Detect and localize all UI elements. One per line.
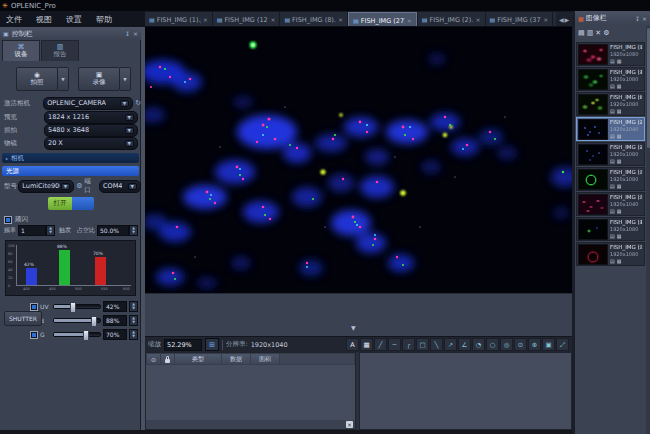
polyline-tool-icon[interactable]: ┌ — [402, 338, 415, 351]
image-list-item[interactable]: FISH_IMG (31920x1040 ▤▦ × — [576, 192, 645, 216]
text-tool-icon[interactable]: A — [346, 338, 359, 351]
save-icon[interactable]: ▤ — [610, 158, 615, 165]
stamp-tool-icon[interactable]: ▦ — [360, 338, 373, 351]
close-table-icon[interactable]: × — [346, 421, 353, 428]
close-image-icon[interactable]: × — [639, 194, 643, 201]
doc-tab[interactable]: ▤FISH_IMG (1).jpg× — [145, 12, 212, 27]
pin-icon[interactable]: ↧ — [635, 15, 640, 22]
save-icon[interactable]: ▤ — [610, 233, 615, 240]
export-icon[interactable]: ▦ — [617, 233, 622, 240]
snap-resolution-select[interactable]: 5480 x 3648▼ — [44, 124, 138, 137]
uv-spinner[interactable]: ▲▼ — [129, 301, 138, 312]
image-list-scrollbar[interactable] — [646, 26, 650, 434]
image-thumbnail[interactable] — [578, 244, 608, 265]
tab-scroll-left-icon[interactable]: ◀ — [559, 16, 564, 23]
gear-icon[interactable]: ⚙ — [603, 29, 609, 37]
g-slider[interactable] — [53, 332, 101, 337]
save-icon[interactable]: ▤ — [610, 133, 615, 140]
doc-tab[interactable]: ▤FISH_IMG (8).jpg× — [280, 12, 347, 27]
close-icon[interactable]: × — [642, 15, 647, 22]
image-list-item[interactable]: FISH_IMG (21920x1080 ▤▦ × — [576, 142, 645, 166]
export-icon[interactable]: ▦ — [617, 133, 622, 140]
menu-settings[interactable]: 设置 — [60, 13, 88, 26]
image-list-item[interactable]: FISH_IMG (31920x1080 ▤▦ × — [576, 167, 645, 191]
export-icon[interactable]: ▦ — [617, 208, 622, 215]
image-list-item[interactable]: FISH_IMG (11920x1080 ▤▦ × — [576, 67, 645, 91]
rect-tool-icon[interactable]: □ — [416, 338, 429, 351]
save-image-icon[interactable]: ▤ — [578, 29, 585, 37]
save-icon[interactable]: ▤ — [610, 183, 615, 190]
shutter-button[interactable]: SHUTTER — [4, 311, 42, 326]
frequency-spinner[interactable]: ▲▼ — [46, 225, 55, 236]
save-icon[interactable]: ▤ — [610, 108, 615, 115]
grid-tool-icon[interactable]: ▣ — [542, 338, 555, 351]
close-image-icon[interactable]: × — [639, 144, 643, 151]
close-image-icon[interactable]: × — [639, 119, 643, 126]
close-image-icon[interactable]: × — [639, 69, 643, 76]
menu-view[interactable]: 视图 — [30, 13, 58, 26]
menu-file[interactable]: 文件 — [0, 13, 28, 26]
objective-select[interactable]: 20 X▼ — [44, 137, 138, 150]
tab-close-icon[interactable]: × — [203, 16, 208, 23]
lock-column-icon[interactable] — [161, 354, 174, 364]
preview-resolution-select[interactable]: 1824 x 1216▼ — [44, 111, 138, 124]
light-model-select[interactable]: LumiCite9000▼ — [18, 180, 74, 193]
duty-cycle-input[interactable]: 50.0% — [97, 225, 129, 236]
strobe-checkbox[interactable] — [4, 216, 12, 224]
tab-close-icon[interactable]: × — [270, 16, 275, 23]
doc-tab[interactable]: ▤FISH_IMG (2).jpg× — [418, 12, 485, 27]
frequency-input[interactable]: 1 — [18, 225, 46, 236]
circle3p-tool-icon[interactable]: ◎ — [500, 338, 513, 351]
uv-slider[interactable] — [53, 304, 101, 309]
column-data[interactable]: 数据 — [222, 354, 250, 364]
save-icon[interactable]: ▤ — [610, 58, 615, 65]
tab-close-icon[interactable]: × — [475, 16, 480, 23]
b-spinner[interactable]: ▲▼ — [129, 315, 138, 326]
camera-select[interactable]: OPLENIC_CAMERA▼ — [43, 97, 133, 110]
close-image-icon[interactable]: × — [639, 219, 643, 226]
export-icon[interactable]: ▦ — [617, 258, 622, 265]
column-area[interactable]: 面积 — [251, 354, 279, 364]
close-image-icon[interactable]: × — [639, 169, 643, 176]
image-thumbnail[interactable] — [578, 219, 608, 240]
section-light-source[interactable]: 光源 — [2, 166, 139, 176]
duty-spinner[interactable]: ▲▼ — [129, 225, 138, 236]
zoom-input[interactable]: 52.29% — [164, 339, 202, 351]
ellipse-tool-icon[interactable]: ⊙ — [514, 338, 527, 351]
parallel-tool-icon[interactable]: ╲ — [430, 338, 443, 351]
save-all-icon[interactable]: ▥ — [587, 29, 594, 37]
record-dropdown-arrow[interactable]: ▼ — [120, 67, 131, 91]
toggle-off-side[interactable] — [72, 197, 94, 210]
close-image-icon[interactable]: × — [639, 94, 643, 101]
image-thumbnail[interactable] — [578, 119, 608, 140]
image-list-item[interactable]: FISH_IMG (11920x1080 ▤▦ × — [576, 42, 645, 66]
image-list-item[interactable]: FISH_IMG (11920x1080 ▤▦ × — [576, 217, 645, 241]
image-thumbnail[interactable] — [578, 69, 608, 90]
image-list-item[interactable]: FISH_IMG (31920x1080 ▤▦ × — [576, 242, 645, 266]
angle-tool-icon[interactable]: ∠ — [458, 338, 471, 351]
export-icon[interactable]: ▦ — [617, 83, 622, 90]
visibility-column-icon[interactable]: ⊙ — [147, 354, 160, 364]
b-slider[interactable] — [53, 318, 101, 323]
image-viewport[interactable] — [145, 27, 572, 293]
tab-scroll-buttons[interactable]: ◀▶ — [556, 12, 572, 26]
image-list-item[interactable]: FISH_IMG (81920x1080 ▤▦ × — [576, 92, 645, 116]
doc-tab-active[interactable]: ▤FISH_IMG (27).jpg× — [348, 12, 417, 27]
annulus-tool-icon[interactable]: ⊕ — [528, 338, 541, 351]
image-thumbnail[interactable] — [578, 44, 608, 65]
capture-dropdown-arrow[interactable]: ▼ — [58, 67, 69, 91]
measurement-table-body[interactable] — [146, 365, 355, 421]
circle-tool-icon[interactable]: ○ — [486, 338, 499, 351]
gear-icon[interactable]: ⚙ — [76, 182, 82, 190]
export-icon[interactable]: ▦ — [617, 108, 622, 115]
tab-report[interactable]: ▥报告 — [41, 40, 79, 61]
collapse-panel-arrow[interactable]: ▼ — [351, 324, 356, 331]
light-power-toggle[interactable]: 打开 — [48, 197, 94, 210]
save-icon[interactable]: ▤ — [610, 208, 615, 215]
image-thumbnail[interactable] — [578, 94, 608, 115]
g-checkbox[interactable] — [30, 331, 38, 339]
scale-tool-icon[interactable]: ⤢ — [556, 338, 569, 351]
close-icon[interactable]: × — [133, 30, 138, 37]
export-icon[interactable]: ▦ — [617, 58, 622, 65]
close-image-icon[interactable]: × — [639, 44, 643, 51]
